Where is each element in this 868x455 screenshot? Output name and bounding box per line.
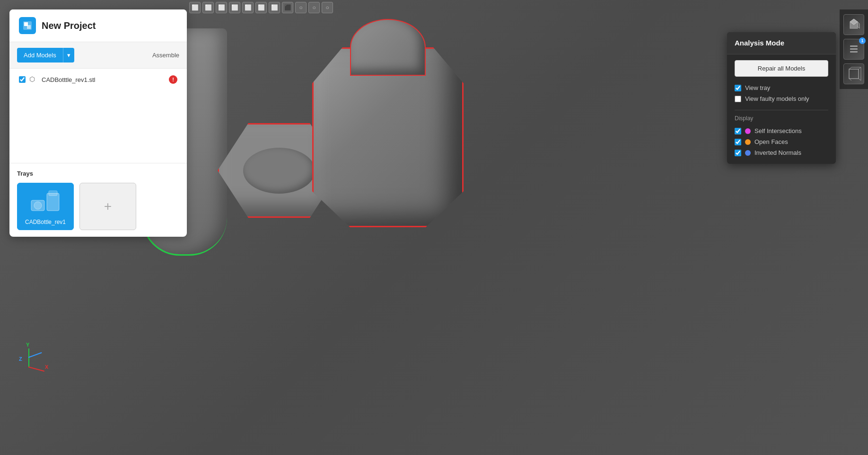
toolbar-icon-7[interactable]: ⬜ [269, 2, 280, 13]
tray-1-label: CADBottle_rev1 [23, 217, 68, 227]
self-intersections-color [745, 128, 751, 134]
trays-grid: CADBottle_rev1 + [17, 183, 179, 230]
svg-rect-18 [47, 193, 59, 211]
open-faces-checkbox[interactable] [735, 139, 741, 145]
toolbar-icon-6[interactable]: ⬜ [255, 2, 267, 13]
open-faces-row: Open Faces [735, 136, 828, 147]
nav-layers-button[interactable]: 1 [843, 39, 864, 60]
view-tray-row: View tray [735, 82, 828, 93]
svg-rect-5 [850, 51, 858, 53]
tray-add[interactable]: + [79, 183, 136, 230]
add-models-button[interactable]: Add Models [17, 48, 63, 62]
analysis-body: Repair all Models View tray View faulty … [727, 54, 836, 164]
app-logo [19, 17, 36, 34]
svg-line-8 [859, 67, 861, 69]
svg-marker-2 [858, 22, 859, 28]
analysis-panel: Analysis Mode Repair all Models View tra… [727, 32, 836, 164]
nav-cube-panel: 1 [840, 9, 868, 89]
left-panel: New Project Add Models ▾ Assemble ⬡ CADB… [9, 9, 187, 237]
tray-add-preview: + [89, 191, 127, 222]
svg-rect-3 [850, 45, 858, 47]
tray-add-icon: + [104, 199, 112, 214]
svg-rect-19 [49, 191, 57, 196]
z-axis-label: Z [19, 356, 22, 362]
model-filename: CADBotttle_rev1.stl [42, 76, 165, 83]
y-axis [28, 348, 29, 367]
toolbar-icon-10[interactable]: ○ [308, 2, 320, 13]
view-faulty-checkbox[interactable] [735, 96, 741, 102]
display-section: Display Self Intersections Open Faces In… [735, 110, 828, 158]
x-axis-label: X [45, 364, 48, 370]
inverted-normals-label: Inverted Normals [754, 149, 801, 156]
trays-title: Trays [17, 170, 179, 177]
inverted-normals-row: Inverted Normals [735, 147, 828, 158]
toolbar-icon-3[interactable]: ⬜ [216, 2, 227, 13]
models-list: ⬡ CADBotttle_rev1.stl ! [9, 69, 187, 163]
svg-rect-6 [849, 69, 859, 79]
open-faces-label: Open Faces [754, 138, 788, 145]
svg-rect-15 [27, 25, 31, 29]
assemble-button[interactable]: Assemble [152, 52, 179, 59]
nav-cube-3d[interactable] [843, 14, 864, 35]
repair-all-models-button[interactable]: Repair all Models [735, 60, 828, 77]
inverted-normals-checkbox[interactable] [735, 150, 741, 156]
self-intersections-row: Self Intersections [735, 125, 828, 136]
self-intersections-checkbox[interactable] [735, 128, 741, 134]
open-faces-color [745, 139, 751, 145]
self-intersections-label: Self Intersections [754, 127, 802, 134]
display-title: Display [735, 115, 828, 122]
bottle-neck-model [350, 19, 426, 76]
nav-wireframe-button[interactable] [843, 63, 864, 84]
nav-badge: 1 [859, 37, 866, 44]
svg-line-10 [859, 79, 861, 80]
model-file-icon: ⬡ [29, 75, 38, 84]
view-tray-label: View tray [745, 84, 770, 91]
toolbar-icon-11[interactable]: ○ [322, 2, 333, 13]
view-faulty-label: View faulty models only [745, 95, 809, 102]
view-tray-checkbox[interactable] [735, 85, 741, 91]
inverted-normals-color [745, 150, 751, 156]
toolbar-icon-9[interactable]: ○ [295, 2, 307, 13]
analysis-header: Analysis Mode [727, 32, 836, 54]
model-error-badge: ! [169, 75, 177, 84]
trays-section: Trays CADBottle_rev1 + [9, 163, 187, 237]
svg-point-17 [34, 202, 42, 209]
panel-toolbar: Add Models ▾ Assemble [9, 42, 187, 69]
toolbar-icon-5[interactable]: ⬜ [242, 2, 254, 13]
panel-header: New Project [9, 9, 187, 42]
model-item: ⬡ CADBotttle_rev1.stl ! [17, 72, 179, 87]
analysis-title: Analysis Mode [735, 39, 784, 47]
panel-title: New Project [42, 20, 96, 31]
tray-1-preview [26, 186, 64, 217]
y-axis-label: Y [26, 342, 29, 348]
add-models-dropdown[interactable]: ▾ [63, 48, 74, 62]
tray-1[interactable]: CADBottle_rev1 [17, 183, 74, 230]
toolbar-icon-1[interactable]: ⬜ [189, 2, 201, 13]
model-checkbox[interactable] [19, 76, 26, 83]
toolbar-icon-2[interactable]: ⬜ [202, 2, 214, 13]
top-toolbar: ⬜ ⬜ ⬜ ⬜ ⬜ ⬜ ⬜ ⬛ ○ ○ ○ [184, 0, 830, 15]
toolbar-icon-8[interactable]: ⬛ [282, 2, 293, 13]
svg-rect-4 [850, 48, 858, 50]
toolbar-icon-4[interactable]: ⬜ [229, 2, 240, 13]
model-viewport [180, 47, 558, 331]
view-faulty-row: View faulty models only [735, 93, 828, 104]
